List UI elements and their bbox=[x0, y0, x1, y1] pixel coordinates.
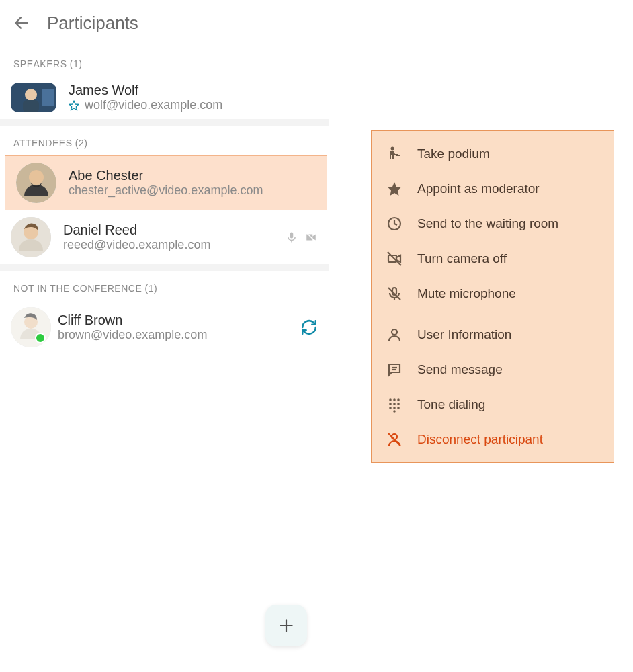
participant-info: Abe Chester chester_active@video.example… bbox=[69, 168, 316, 198]
arrow-left-icon bbox=[13, 14, 30, 32]
menu-disconnect-participant[interactable]: Disconnect participant bbox=[372, 422, 614, 457]
svg-rect-17 bbox=[396, 155, 400, 156]
menu-label: Take podium bbox=[417, 146, 490, 161]
avatar bbox=[11, 83, 56, 112]
participant-context-menu: Take podium Appoint as moderator Send to… bbox=[371, 130, 614, 463]
message-icon bbox=[385, 362, 404, 378]
menu-label: Appoint as moderator bbox=[417, 181, 540, 196]
disconnect-icon bbox=[385, 431, 404, 448]
menu-label: Turn camera off bbox=[417, 251, 507, 266]
svg-point-34 bbox=[397, 403, 400, 405]
participant-name: Cliff Brown bbox=[58, 312, 288, 328]
svg-point-2 bbox=[25, 89, 37, 101]
svg-point-37 bbox=[397, 407, 400, 409]
svg-rect-4 bbox=[42, 89, 54, 106]
presence-dot-icon bbox=[35, 333, 46, 343]
participant-email: wolf@video.example.com bbox=[85, 98, 222, 112]
svg-point-16 bbox=[391, 147, 394, 151]
panel-header: Participants bbox=[0, 0, 329, 46]
dialpad-icon bbox=[385, 396, 404, 413]
mic-off-icon bbox=[385, 286, 404, 302]
menu-label: Disconnect participant bbox=[417, 432, 543, 447]
section-label-speakers: SPEAKERS (1) bbox=[0, 46, 329, 76]
avatar bbox=[16, 163, 56, 203]
camera-off-icon bbox=[385, 251, 404, 267]
participant-email: reeed@video.example.com bbox=[63, 238, 210, 252]
podium-icon bbox=[385, 146, 404, 162]
participant-row-cliff[interactable]: Cliff Brown brown@video.example.com bbox=[0, 300, 329, 354]
menu-turn-camera-off[interactable]: Turn camera off bbox=[372, 241, 614, 276]
menu-mute-microphone[interactable]: Mute microphone bbox=[372, 276, 614, 311]
svg-point-32 bbox=[389, 403, 392, 405]
svg-point-31 bbox=[397, 398, 400, 401]
svg-point-33 bbox=[393, 403, 396, 405]
svg-point-29 bbox=[389, 398, 392, 401]
participant-email: chester_active@video.example.com bbox=[69, 183, 263, 198]
separator bbox=[0, 119, 329, 126]
menu-take-podium[interactable]: Take podium bbox=[372, 136, 614, 171]
menu-tone-dialing[interactable]: Tone dialing bbox=[372, 387, 614, 422]
mic-muted-icon bbox=[286, 231, 298, 243]
menu-label: User Information bbox=[417, 327, 511, 342]
svg-point-7 bbox=[29, 170, 44, 185]
svg-point-26 bbox=[392, 329, 397, 335]
participant-info: Cliff Brown brown@video.example.com bbox=[58, 312, 288, 342]
camera-off-icon bbox=[304, 231, 318, 243]
menu-label: Mute microphone bbox=[417, 286, 516, 301]
participant-info: James Wolf wolf@video.example.com bbox=[69, 83, 318, 112]
participants-panel: Participants SPEAKERS (1) James Wolf wol… bbox=[0, 0, 329, 672]
participant-row-abe[interactable]: Abe Chester chester_active@video.example… bbox=[5, 155, 327, 210]
page-title: Participants bbox=[47, 13, 138, 34]
participant-name: Abe Chester bbox=[69, 168, 316, 183]
menu-label: Send message bbox=[417, 362, 503, 377]
participant-name: Daniel Reed bbox=[63, 222, 273, 238]
person-icon bbox=[385, 327, 404, 343]
svg-line-22 bbox=[388, 252, 401, 265]
menu-divider bbox=[372, 314, 614, 314]
participant-row-james[interactable]: James Wolf wolf@video.example.com bbox=[0, 76, 329, 119]
menu-label: Tone dialing bbox=[417, 397, 485, 412]
star-icon bbox=[385, 181, 404, 197]
refresh-icon bbox=[300, 319, 318, 336]
menu-appoint-moderator[interactable]: Appoint as moderator bbox=[372, 171, 614, 206]
back-button[interactable] bbox=[11, 12, 32, 34]
svg-point-36 bbox=[393, 407, 396, 409]
menu-label: Send to the waiting room bbox=[417, 216, 558, 231]
context-connector bbox=[327, 214, 372, 214]
participant-email: brown@video.example.com bbox=[58, 328, 207, 342]
plus-icon bbox=[278, 617, 295, 634]
add-participant-button[interactable] bbox=[265, 605, 307, 646]
participant-row-daniel[interactable]: Daniel Reed reeed@video.example.com bbox=[0, 210, 329, 264]
reconnect-button[interactable] bbox=[300, 319, 318, 336]
menu-user-info[interactable]: User Information bbox=[372, 317, 614, 352]
svg-point-30 bbox=[393, 398, 396, 401]
svg-rect-3 bbox=[23, 100, 39, 112]
section-label-absent: NOT IN THE CONFERENCE (1) bbox=[0, 271, 329, 300]
avatar bbox=[11, 307, 51, 347]
svg-marker-18 bbox=[388, 182, 401, 196]
svg-marker-5 bbox=[69, 101, 78, 110]
participant-info: Daniel Reed reeed@video.example.com bbox=[63, 222, 273, 252]
clock-icon bbox=[385, 216, 404, 232]
star-icon bbox=[69, 100, 79, 111]
avatar bbox=[11, 217, 51, 257]
separator bbox=[0, 264, 329, 271]
media-status-icons bbox=[286, 231, 318, 243]
menu-send-waiting-room[interactable]: Send to the waiting room bbox=[372, 206, 614, 241]
svg-point-38 bbox=[393, 410, 396, 413]
menu-send-message[interactable]: Send message bbox=[372, 352, 614, 387]
participant-name: James Wolf bbox=[69, 83, 318, 98]
section-label-attendees: ATTENDEES (2) bbox=[0, 126, 329, 155]
svg-point-35 bbox=[389, 407, 392, 409]
